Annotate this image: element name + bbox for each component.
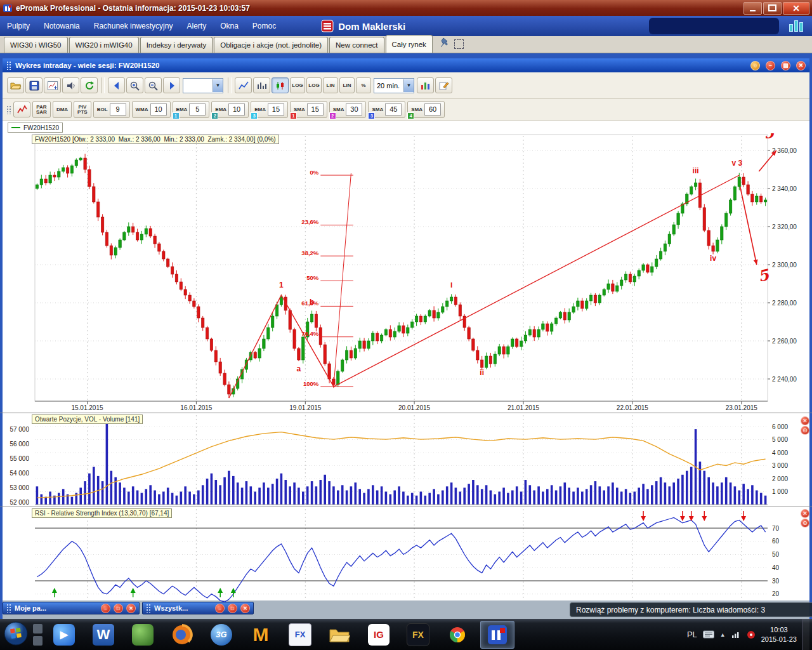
tab-new-connect[interactable]: New connect: [329, 37, 384, 53]
indicator-period-value[interactable]: 15: [268, 103, 284, 116]
chart-window-titlebar[interactable]: Wykres intraday - wiele sesji: FW20H1520…: [3, 58, 809, 72]
rsi-panel[interactable]: 706050403020: [0, 507, 812, 602]
refresh-icon[interactable]: [81, 77, 98, 93]
edit-icon[interactable]: [435, 77, 452, 93]
line-chart-icon[interactable]: [235, 77, 252, 93]
menu-rachunek-inwestycyjny[interactable]: Rachunek inwestycyjny: [87, 17, 180, 35]
keyboard-icon[interactable]: [703, 630, 714, 639]
select-range-icon[interactable]: [44, 77, 61, 93]
min-close-icon[interactable]: ✕: [126, 604, 136, 613]
close-button[interactable]: ✕: [783, 2, 809, 15]
network-icon[interactable]: [731, 630, 741, 639]
taskbar-app-fx-gold[interactable]: FX: [402, 621, 435, 648]
indicator-period-value[interactable]: 10: [228, 103, 245, 116]
chevron-down-icon[interactable]: ▼: [213, 79, 223, 92]
indicator-dma[interactable]: DMA: [53, 101, 72, 118]
save-icon[interactable]: [25, 77, 43, 93]
scale-lin2-icon[interactable]: LIN: [339, 77, 355, 93]
volume-panel[interactable]: 6 0005 0004 0003 0002 0001 00057 00056 0…: [0, 413, 812, 508]
menu-notowania[interactable]: Notowania: [37, 17, 87, 35]
taskbar-app-mail-m[interactable]: M: [244, 621, 277, 648]
show-hidden-icons-icon[interactable]: ▲: [720, 632, 726, 638]
min-close-icon[interactable]: ✕: [240, 604, 250, 613]
indicator-bol-9[interactable]: BOL9: [93, 101, 130, 118]
window-minimize-icon[interactable]: –: [766, 61, 775, 70]
columns-icon[interactable]: [789, 20, 803, 32]
tab-obligacje-i-akcje-not-jednolite[interactable]: Obligacje i akcje (not. jednolite): [214, 37, 328, 53]
indicator-sma-45[interactable]: SMA453: [368, 101, 405, 118]
volume-close-icon[interactable]: ✕: [801, 416, 809, 425]
indicator-period-value[interactable]: 5: [189, 103, 206, 116]
sound-icon[interactable]: [62, 77, 79, 93]
indicator-ema-5[interactable]: EMA51: [173, 101, 210, 118]
indicator-period-value[interactable]: 15: [307, 103, 324, 116]
symbol-select[interactable]: ▼: [183, 78, 223, 93]
tab-wig30-i-wig50[interactable]: WIG30 i WIG50: [4, 37, 68, 53]
zoom-out-icon[interactable]: [145, 77, 162, 93]
bar-chart-icon[interactable]: [253, 77, 270, 93]
min-minimize-icon[interactable]: –: [101, 604, 110, 613]
minimized-window-moje[interactable]: Moje pa... – □ ✕: [3, 602, 140, 614]
taskbar-clock[interactable]: 10:03 2015-01-23: [761, 625, 797, 644]
taskbar-app-green-app[interactable]: [126, 621, 159, 648]
prev-icon[interactable]: [108, 77, 125, 93]
chevron-down-icon[interactable]: ▼: [403, 79, 414, 92]
alert-tray-icon[interactable]: [747, 630, 756, 639]
indicator-period-value[interactable]: 45: [385, 103, 402, 116]
taskbar-app-firefox[interactable]: [166, 621, 199, 648]
menu-alerty[interactable]: Alerty: [180, 17, 213, 35]
print-icon[interactable]: ▤: [781, 61, 790, 70]
minimize-button[interactable]: [743, 2, 762, 15]
next-icon[interactable]: [163, 77, 180, 93]
quick-launch-icon[interactable]: [33, 624, 43, 633]
tab-ca-y-rynek[interactable]: Cały rynek: [386, 35, 433, 53]
language-indicator[interactable]: PL: [687, 630, 697, 639]
tab-wig20-i-mwig40[interactable]: WIG20 i mWIG40: [69, 37, 139, 53]
maximize-button[interactable]: [763, 2, 782, 15]
taskbar-app-ig-app[interactable]: IG: [362, 621, 395, 648]
drag-grip-icon[interactable]: [6, 61, 11, 70]
taskbar-app-epromak[interactable]: [480, 621, 514, 649]
open-icon[interactable]: [7, 77, 24, 93]
trend-tool-icon[interactable]: [13, 102, 30, 117]
settings-gear-icon[interactable]: ☼: [750, 61, 760, 70]
minimized-window-wszystk[interactable]: Wszystk... – □ ✕: [142, 602, 254, 614]
taskbar-app-globe-3g[interactable]: 3G: [205, 621, 238, 648]
indicator-sma-60[interactable]: SMA604: [407, 101, 445, 118]
indicator-sma-15[interactable]: SMA151: [290, 101, 327, 118]
taskbar-app-folder[interactable]: [323, 621, 356, 648]
taskbar-app-fx-platform[interactable]: FX: [284, 621, 317, 648]
price-chart[interactable]: 2 360,002 340,002 320,002 300,002 280,00…: [0, 133, 812, 411]
pin-icon[interactable]: [440, 37, 449, 50]
rsi-target-icon[interactable]: ⊙: [801, 519, 809, 527]
quick-launch-icon[interactable]: [33, 636, 43, 646]
indicator-period-value[interactable]: 10: [150, 103, 167, 116]
show-desktop-button[interactable]: [802, 619, 809, 650]
menu-pulpity[interactable]: Pulpity: [0, 17, 37, 35]
volume-style-icon[interactable]: [417, 77, 434, 93]
interval-select[interactable]: 20 min.▼: [374, 78, 414, 93]
indicator-piv-pts[interactable]: PIVPTS: [74, 101, 91, 118]
indicator-ema-10[interactable]: EMA102: [211, 101, 249, 118]
scale-log-icon[interactable]: LOG: [290, 77, 305, 93]
candle-chart-icon[interactable]: [272, 77, 289, 93]
min-minimize-icon[interactable]: –: [215, 604, 225, 613]
indicator-wma-10[interactable]: WMA10: [132, 101, 171, 118]
toolbar-grip-icon[interactable]: [6, 105, 11, 114]
percent-icon[interactable]: %: [356, 77, 371, 93]
indicator-sma-30[interactable]: SMA302: [329, 101, 367, 118]
notification-popup[interactable]: Rozwiąż problemy z komputerem: Liczba wi…: [570, 602, 812, 617]
start-button[interactable]: [3, 621, 29, 649]
min-restore-icon[interactable]: □: [114, 604, 123, 613]
scale-log2-icon[interactable]: LOG: [306, 77, 322, 93]
min-restore-icon[interactable]: □: [228, 604, 237, 613]
taskbar-app-word[interactable]: W: [87, 621, 120, 648]
volume-target-icon[interactable]: ⊙: [801, 426, 809, 435]
indicator-par-sar[interactable]: PARSAR: [32, 101, 51, 118]
indicator-ema-15[interactable]: EMA153: [251, 101, 288, 118]
rsi-close-icon[interactable]: ✕: [801, 509, 809, 518]
window-close-icon[interactable]: ✕: [796, 61, 806, 70]
indicator-period-value[interactable]: 9: [110, 103, 126, 116]
indicator-period-value[interactable]: 30: [346, 103, 362, 116]
tab-indeksy-i-derywaty[interactable]: Indeksy i derywaty: [140, 37, 213, 53]
